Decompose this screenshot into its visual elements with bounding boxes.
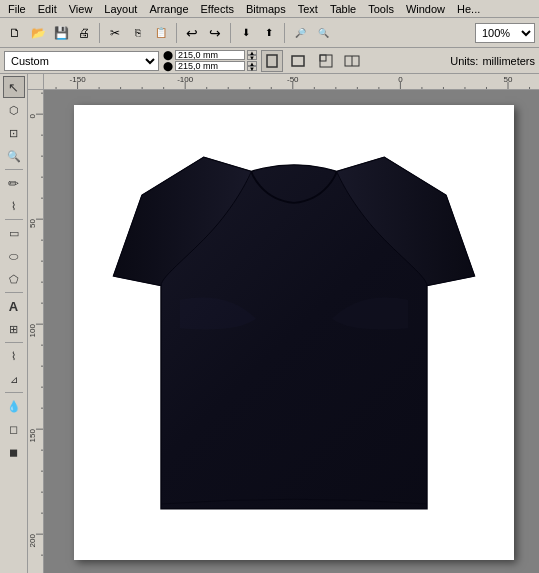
menu-table[interactable]: Table xyxy=(324,2,362,16)
menu-window[interactable]: Window xyxy=(400,2,451,16)
menu-text[interactable]: Text xyxy=(292,2,324,16)
open-button[interactable]: 📂 xyxy=(27,22,49,44)
tool-sep3 xyxy=(5,292,23,293)
width-row: ⬤ ▲ ▼ xyxy=(163,50,257,60)
menu-layout[interactable]: Layout xyxy=(98,2,143,16)
zoom-in-button[interactable]: 🔎 xyxy=(289,22,311,44)
v-ruler-canvas xyxy=(28,90,44,573)
tshirt-svg xyxy=(104,128,484,538)
canvas-area xyxy=(28,74,539,573)
menu-tools[interactable]: Tools xyxy=(362,2,400,16)
sep2 xyxy=(176,23,177,43)
tshirt-container xyxy=(94,118,494,548)
dimension-tool[interactable]: ⊿ xyxy=(3,368,25,390)
fill-tool[interactable]: ◼ xyxy=(3,441,25,463)
height-down[interactable]: ▼ xyxy=(247,66,257,71)
main-toolbar: 🗋 📂 💾 🖨 ✂ ⎘ 📋 ↩ ↪ ⬇ ⬆ 🔎 🔍 100% xyxy=(0,18,539,48)
tool-sep4 xyxy=(5,342,23,343)
edit-tools: ✂ ⎘ 📋 xyxy=(104,22,172,44)
height-input[interactable] xyxy=(175,61,245,71)
landscape-button[interactable] xyxy=(287,50,309,72)
units-label: Units: xyxy=(450,55,478,67)
sep3 xyxy=(230,23,231,43)
dimension-inputs: ⬤ ▲ ▼ ⬤ ▲ ▼ xyxy=(163,50,257,71)
v-ruler xyxy=(28,90,44,573)
paste-button[interactable]: 📋 xyxy=(150,22,172,44)
zoom-tool[interactable]: 🔍 xyxy=(3,145,25,167)
canvas-page xyxy=(74,105,514,560)
sep1 xyxy=(99,23,100,43)
ellipse-tool[interactable]: ⬭ xyxy=(3,245,25,267)
smart-fill-tool[interactable]: ⌇ xyxy=(3,195,25,217)
property-bar: Custom ⬤ ▲ ▼ ⬤ ▲ ▼ Units: milli xyxy=(0,48,539,74)
svg-rect-0 xyxy=(267,55,277,67)
connector-tool[interactable]: ⌇ xyxy=(3,345,25,367)
table-tool[interactable]: ⊞ xyxy=(3,318,25,340)
view-tools: 🔎 🔍 xyxy=(289,22,334,44)
main-area: ↖ ⬡ ⊡ 🔍 ✏ ⌇ ▭ ⬭ ⬠ A ⊞ ⌇ ⊿ 💧 ◻ ◼ xyxy=(0,74,539,573)
h-ruler xyxy=(44,74,539,90)
new-button[interactable]: 🗋 xyxy=(4,22,26,44)
menu-file[interactable]: File xyxy=(2,2,32,16)
canvas-with-vruler xyxy=(28,90,539,573)
export-button[interactable]: ⬆ xyxy=(258,22,280,44)
import-button[interactable]: ⬇ xyxy=(235,22,257,44)
height-row: ⬤ ▲ ▼ xyxy=(163,61,257,71)
undo-tools: ↩ ↪ xyxy=(181,22,226,44)
height-icon: ⬤ xyxy=(163,61,173,71)
freehand-tool[interactable]: ✏ xyxy=(3,172,25,194)
canvas-scroll[interactable] xyxy=(44,90,539,573)
units-value: millimeters xyxy=(482,55,535,67)
tool-sep1 xyxy=(5,169,23,170)
width-input[interactable] xyxy=(175,50,245,60)
width-icon: ⬤ xyxy=(163,50,173,60)
width-down[interactable]: ▼ xyxy=(247,55,257,60)
tool-sep5 xyxy=(5,392,23,393)
svg-rect-3 xyxy=(320,55,326,61)
menu-effects[interactable]: Effects xyxy=(195,2,240,16)
cut-button[interactable]: ✂ xyxy=(104,22,126,44)
toolbox: ↖ ⬡ ⊡ 🔍 ✏ ⌇ ▭ ⬭ ⬠ A ⊞ ⌇ ⊿ 💧 ◻ ◼ xyxy=(0,74,28,573)
tool-sep2 xyxy=(5,219,23,220)
save-button[interactable]: 💾 xyxy=(50,22,72,44)
ruler-corner xyxy=(28,74,44,90)
menu-arrange[interactable]: Arrange xyxy=(143,2,194,16)
page-options-button[interactable] xyxy=(315,50,337,72)
redo-button[interactable]: ↪ xyxy=(204,22,226,44)
zoom-out-button[interactable]: 🔍 xyxy=(312,22,334,44)
portrait-button[interactable] xyxy=(261,50,283,72)
menu-help[interactable]: He... xyxy=(451,2,486,16)
select-tool[interactable]: ↖ xyxy=(3,76,25,98)
menu-view[interactable]: View xyxy=(63,2,99,16)
eyedropper-tool[interactable]: 💧 xyxy=(3,395,25,417)
file-tools: 🗋 📂 💾 🖨 xyxy=(4,22,95,44)
ruler-row xyxy=(28,74,539,90)
polygon-tool[interactable]: ⬠ xyxy=(3,268,25,290)
width-spinner: ▲ ▼ xyxy=(247,50,257,60)
zoom-select[interactable]: 100% xyxy=(475,23,535,43)
h-ruler-canvas xyxy=(44,74,539,90)
zoom-control: 100% xyxy=(475,23,535,43)
undo-button[interactable]: ↩ xyxy=(181,22,203,44)
svg-rect-1 xyxy=(292,56,304,66)
import-export-tools: ⬇ ⬆ xyxy=(235,22,280,44)
outline-tool[interactable]: ◻ xyxy=(3,418,25,440)
page-layout-button[interactable] xyxy=(341,50,363,72)
text-tool[interactable]: A xyxy=(3,295,25,317)
menu-bar: File Edit View Layout Arrange Effects Bi… xyxy=(0,0,539,18)
copy-button[interactable]: ⎘ xyxy=(127,22,149,44)
sep4 xyxy=(284,23,285,43)
menu-edit[interactable]: Edit xyxy=(32,2,63,16)
crop-tool[interactable]: ⊡ xyxy=(3,122,25,144)
menu-bitmaps[interactable]: Bitmaps xyxy=(240,2,292,16)
preset-select[interactable]: Custom xyxy=(4,51,159,71)
shape-tool[interactable]: ⬡ xyxy=(3,99,25,121)
rectangle-tool[interactable]: ▭ xyxy=(3,222,25,244)
height-spinner: ▲ ▼ xyxy=(247,61,257,71)
print-button[interactable]: 🖨 xyxy=(73,22,95,44)
